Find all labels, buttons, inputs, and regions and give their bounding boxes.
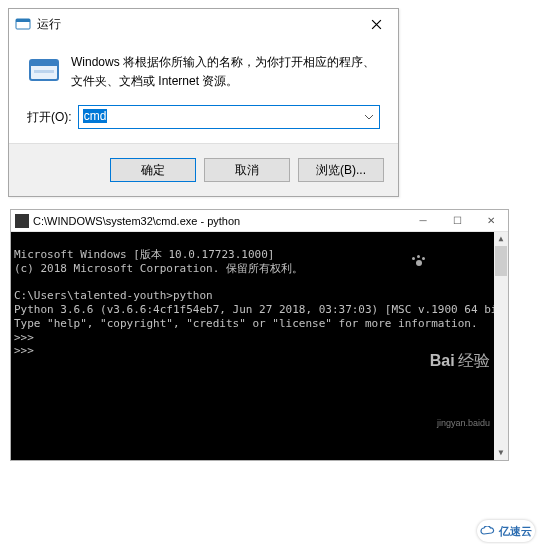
terminal-titlebar: C:\WINDOWS\system32\cmd.exe - python ─ ☐… (11, 210, 508, 232)
run-titlebar: 运行 (9, 9, 398, 39)
terminal-line: (c) 2018 Microsoft Corporation. 保留所有权利。 (14, 262, 303, 275)
run-dialog: 运行 Windows 将根据你所输入的名称，为你打开相应的程序、 文件夹、文档或… (8, 8, 399, 197)
terminal-title-text: C:\WINDOWS\system32\cmd.exe - python (33, 215, 240, 227)
run-big-icon (27, 53, 61, 87)
close-button[interactable] (354, 9, 398, 39)
open-label: 打开(O): (27, 109, 72, 126)
terminal-scrollbar[interactable]: ▲ ▼ (494, 232, 508, 460)
run-desc-line2: 文件夹、文档或 Internet 资源。 (71, 74, 238, 88)
cancel-button[interactable]: 取消 (204, 158, 290, 182)
watermark-brand-right: 经验 (458, 352, 490, 369)
terminal-line: >>> (14, 344, 34, 357)
watermark-sub: jingyan.baidu (373, 418, 490, 429)
watermark-brand: Bai 经验 (373, 233, 490, 391)
cmd-icon (15, 214, 29, 228)
combobox-arrow[interactable] (360, 107, 378, 127)
scroll-down-button[interactable]: ▼ (494, 446, 508, 460)
run-desc-line1: Windows 将根据你所输入的名称，为你打开相应的程序、 (71, 55, 375, 69)
watermark: Bai 经验 jingyan.baidu (373, 232, 490, 456)
svg-rect-3 (30, 60, 58, 66)
terminal-line: >>> (14, 331, 34, 344)
ok-button[interactable]: 确定 (110, 158, 196, 182)
terminal-line: C:\Users\talented-youth>python (14, 289, 213, 302)
run-description: Windows 将根据你所输入的名称，为你打开相应的程序、 文件夹、文档或 In… (71, 53, 375, 91)
scroll-up-button[interactable]: ▲ (494, 232, 508, 246)
terminal-close-button[interactable]: ✕ (474, 210, 508, 232)
scroll-thumb[interactable] (495, 246, 507, 276)
minimize-button[interactable]: ─ (406, 210, 440, 232)
open-input[interactable] (78, 105, 380, 129)
run-input-row: 打开(O): cmd (9, 95, 398, 143)
run-icon (15, 16, 31, 32)
open-combobox[interactable]: cmd (78, 105, 380, 129)
terminal-line: Microsoft Windows [版本 10.0.17723.1000] (14, 248, 274, 261)
run-body: Windows 将根据你所输入的名称，为你打开相应的程序、 文件夹、文档或 In… (9, 39, 398, 95)
terminal-window: C:\WINDOWS\system32\cmd.exe - python ─ ☐… (10, 209, 509, 461)
browse-button[interactable]: 浏览(B)... (298, 158, 384, 182)
run-title-text: 运行 (37, 16, 354, 33)
terminal-body[interactable]: Microsoft Windows [版本 10.0.17723.1000] (… (11, 232, 508, 460)
run-button-row: 确定 取消 浏览(B)... (9, 143, 398, 196)
maximize-button[interactable]: ☐ (440, 210, 474, 232)
paw-icon (409, 253, 429, 267)
svg-rect-1 (16, 19, 30, 22)
scroll-track[interactable] (494, 246, 508, 446)
svg-rect-4 (34, 70, 54, 73)
